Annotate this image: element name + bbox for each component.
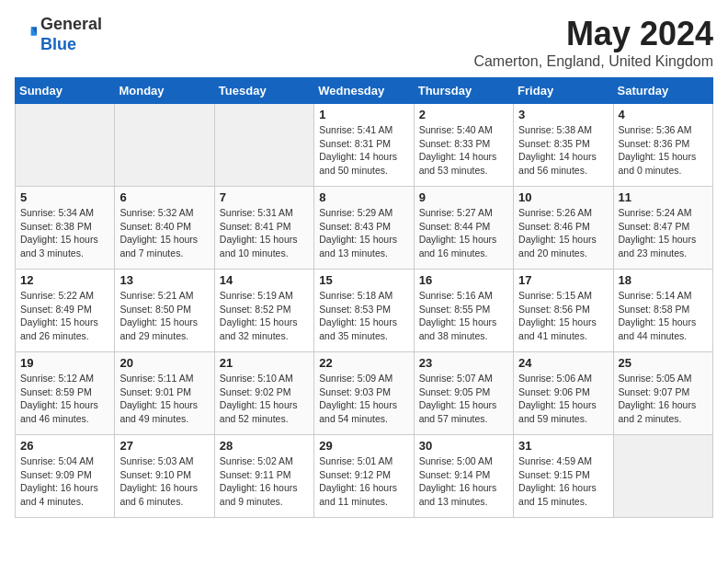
day-info: Sunrise: 5:18 AMSunset: 8:53 PMDaylight:… — [319, 289, 408, 343]
day-number: 3 — [518, 108, 608, 121]
logo-icon — [15, 24, 37, 46]
day-info: Sunrise: 5:41 AMSunset: 8:31 PMDaylight:… — [319, 123, 408, 178]
calendar-cell: 9Sunrise: 5:27 AMSunset: 8:44 PMDaylight… — [414, 187, 513, 270]
day-info: Sunrise: 5:26 AMSunset: 8:46 PMDaylight:… — [518, 206, 608, 260]
day-info: Sunrise: 5:40 AMSunset: 8:33 PMDaylight:… — [419, 123, 508, 178]
weekday-header: Wednesday — [314, 78, 414, 104]
calendar-cell: 7Sunrise: 5:31 AMSunset: 8:41 PMDaylight… — [214, 187, 313, 270]
day-info: Sunrise: 5:34 AMSunset: 8:38 PMDaylight:… — [20, 206, 109, 260]
weekday-header: Friday — [514, 78, 613, 104]
calendar-cell: 28Sunrise: 5:02 AMSunset: 9:11 PMDayligh… — [214, 435, 313, 518]
weekday-header: Monday — [115, 78, 214, 104]
day-info: Sunrise: 5:12 AMSunset: 8:59 PMDaylight:… — [20, 372, 109, 426]
logo-general-text: General — [40, 15, 102, 33]
calendar-cell: 13Sunrise: 5:21 AMSunset: 8:50 PMDayligh… — [115, 270, 214, 352]
calendar-cell: 12Sunrise: 5:22 AMSunset: 8:49 PMDayligh… — [16, 270, 115, 352]
calendar-cell: 30Sunrise: 5:00 AMSunset: 9:14 PMDayligh… — [414, 435, 513, 518]
calendar-cell: 29Sunrise: 5:01 AMSunset: 9:12 PMDayligh… — [314, 435, 414, 518]
calendar-cell: 18Sunrise: 5:14 AMSunset: 8:58 PMDayligh… — [613, 270, 712, 352]
calendar-cell: 4Sunrise: 5:36 AMSunset: 8:36 PMDaylight… — [613, 104, 712, 187]
day-info: Sunrise: 5:02 AMSunset: 9:11 PMDaylight:… — [220, 454, 309, 509]
day-number: 13 — [119, 273, 209, 287]
day-info: Sunrise: 5:01 AMSunset: 9:12 PMDaylight:… — [319, 454, 408, 509]
calendar-cell: 23Sunrise: 5:07 AMSunset: 9:05 PMDayligh… — [414, 352, 513, 435]
day-number: 14 — [220, 273, 309, 287]
calendar-week-row: 5Sunrise: 5:34 AMSunset: 8:38 PMDaylight… — [16, 187, 713, 270]
day-info: Sunrise: 5:29 AMSunset: 8:43 PMDaylight:… — [319, 206, 408, 260]
weekday-header: Tuesday — [214, 78, 313, 104]
day-number: 4 — [619, 108, 708, 121]
calendar-cell: 21Sunrise: 5:10 AMSunset: 9:02 PMDayligh… — [214, 352, 313, 435]
day-number: 19 — [20, 356, 109, 370]
day-info: Sunrise: 5:24 AMSunset: 8:47 PMDaylight:… — [619, 206, 708, 260]
day-info: Sunrise: 5:06 AMSunset: 9:06 PMDaylight:… — [518, 372, 608, 426]
calendar-cell: 16Sunrise: 5:16 AMSunset: 8:55 PMDayligh… — [414, 270, 513, 352]
calendar-cell: 8Sunrise: 5:29 AMSunset: 8:43 PMDaylight… — [314, 187, 414, 270]
day-info: Sunrise: 5:10 AMSunset: 9:02 PMDaylight:… — [220, 372, 309, 426]
day-info: Sunrise: 5:27 AMSunset: 8:44 PMDaylight:… — [419, 206, 508, 260]
day-number: 6 — [119, 190, 209, 204]
day-info: Sunrise: 5:16 AMSunset: 8:55 PMDaylight:… — [419, 289, 508, 343]
calendar-cell: 3Sunrise: 5:38 AMSunset: 8:35 PMDaylight… — [514, 104, 613, 187]
day-info: Sunrise: 5:22 AMSunset: 8:49 PMDaylight:… — [20, 289, 109, 343]
calendar-week-row: 26Sunrise: 5:04 AMSunset: 9:09 PMDayligh… — [16, 435, 713, 518]
day-info: Sunrise: 5:36 AMSunset: 8:36 PMDaylight:… — [619, 123, 708, 178]
calendar-cell: 31Sunrise: 4:59 AMSunset: 9:15 PMDayligh… — [514, 435, 613, 518]
day-number: 20 — [119, 356, 209, 370]
calendar-cell: 26Sunrise: 5:04 AMSunset: 9:09 PMDayligh… — [16, 435, 115, 518]
weekday-header: Thursday — [414, 78, 513, 104]
day-info: Sunrise: 5:21 AMSunset: 8:50 PMDaylight:… — [119, 289, 209, 343]
day-info: Sunrise: 5:15 AMSunset: 8:56 PMDaylight:… — [518, 289, 608, 343]
day-number: 23 — [419, 356, 508, 370]
day-number: 9 — [419, 190, 508, 204]
calendar-cell: 20Sunrise: 5:11 AMSunset: 9:01 PMDayligh… — [115, 352, 214, 435]
logo: General Blue — [15, 15, 102, 54]
day-info: Sunrise: 5:03 AMSunset: 9:10 PMDaylight:… — [119, 454, 209, 509]
day-info: Sunrise: 5:00 AMSunset: 9:14 PMDaylight:… — [419, 454, 508, 509]
day-number: 31 — [518, 439, 608, 453]
day-info: Sunrise: 5:05 AMSunset: 9:07 PMDaylight:… — [619, 372, 708, 426]
day-info: Sunrise: 5:38 AMSunset: 8:35 PMDaylight:… — [518, 123, 608, 178]
calendar-cell: 24Sunrise: 5:06 AMSunset: 9:06 PMDayligh… — [514, 352, 613, 435]
day-number: 25 — [619, 356, 708, 370]
day-number: 30 — [419, 439, 508, 453]
day-info: Sunrise: 5:19 AMSunset: 8:52 PMDaylight:… — [220, 289, 309, 343]
day-info: Sunrise: 5:09 AMSunset: 9:03 PMDaylight:… — [319, 372, 408, 426]
calendar-table: SundayMondayTuesdayWednesdayThursdayFrid… — [15, 77, 713, 518]
calendar-cell: 10Sunrise: 5:26 AMSunset: 8:46 PMDayligh… — [514, 187, 613, 270]
day-info: Sunrise: 5:32 AMSunset: 8:40 PMDaylight:… — [119, 206, 209, 260]
day-number: 5 — [20, 190, 109, 204]
day-number: 10 — [518, 190, 608, 204]
day-info: Sunrise: 4:59 AMSunset: 9:15 PMDaylight:… — [518, 454, 608, 509]
day-info: Sunrise: 5:04 AMSunset: 9:09 PMDaylight:… — [20, 454, 109, 509]
calendar-cell: 11Sunrise: 5:24 AMSunset: 8:47 PMDayligh… — [613, 187, 712, 270]
day-number: 22 — [319, 356, 408, 370]
calendar-cell: 15Sunrise: 5:18 AMSunset: 8:53 PMDayligh… — [314, 270, 414, 352]
calendar-cell: 5Sunrise: 5:34 AMSunset: 8:38 PMDaylight… — [16, 187, 115, 270]
day-number: 7 — [220, 190, 309, 204]
calendar-week-row: 1Sunrise: 5:41 AMSunset: 8:31 PMDaylight… — [16, 104, 713, 187]
day-number: 17 — [518, 273, 608, 287]
title-area: May 2024 Camerton, England, United Kingd… — [473, 15, 713, 70]
day-number: 12 — [20, 273, 109, 287]
day-info: Sunrise: 5:14 AMSunset: 8:58 PMDaylight:… — [619, 289, 708, 343]
calendar-cell: 2Sunrise: 5:40 AMSunset: 8:33 PMDaylight… — [414, 104, 513, 187]
day-number: 28 — [220, 439, 309, 453]
day-number: 16 — [419, 273, 508, 287]
calendar-cell: 6Sunrise: 5:32 AMSunset: 8:40 PMDaylight… — [115, 187, 214, 270]
day-info: Sunrise: 5:07 AMSunset: 9:05 PMDaylight:… — [419, 372, 508, 426]
day-number: 11 — [619, 190, 708, 204]
day-number: 8 — [319, 190, 408, 204]
calendar-week-row: 19Sunrise: 5:12 AMSunset: 8:59 PMDayligh… — [16, 352, 713, 435]
day-number: 1 — [319, 108, 408, 121]
day-number: 15 — [319, 273, 408, 287]
calendar-cell: 17Sunrise: 5:15 AMSunset: 8:56 PMDayligh… — [514, 270, 613, 352]
calendar-cell: 25Sunrise: 5:05 AMSunset: 9:07 PMDayligh… — [613, 352, 712, 435]
calendar-cell: 1Sunrise: 5:41 AMSunset: 8:31 PMDaylight… — [314, 104, 414, 187]
day-number: 2 — [419, 108, 508, 121]
day-info: Sunrise: 5:31 AMSunset: 8:41 PMDaylight:… — [220, 206, 309, 260]
month-title: May 2024 — [473, 15, 713, 53]
weekday-header-row: SundayMondayTuesdayWednesdayThursdayFrid… — [16, 78, 713, 104]
calendar-week-row: 12Sunrise: 5:22 AMSunset: 8:49 PMDayligh… — [16, 270, 713, 352]
weekday-header: Sunday — [16, 78, 115, 104]
